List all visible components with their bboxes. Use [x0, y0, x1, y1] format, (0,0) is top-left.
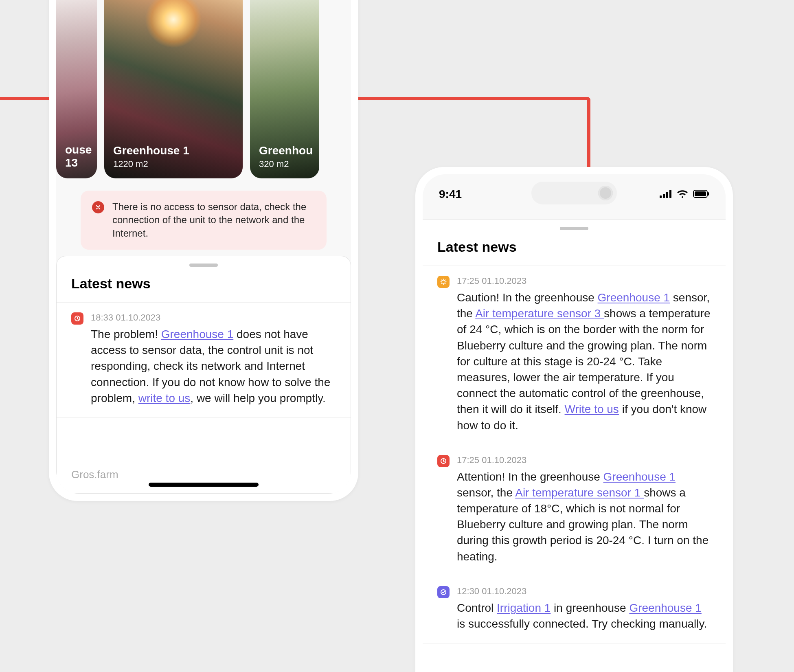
severity-badge-red: [71, 312, 83, 325]
greenhouse-carousel[interactable]: ouse 13 Greenhouse 1 1220 m2 Greenhou 32…: [56, 0, 351, 178]
inline-link[interactable]: Greenhouse 1: [629, 602, 701, 614]
news-timestamp: 12:30 01.10.2023: [457, 586, 711, 597]
panel-title: Latest news: [423, 230, 726, 266]
error-icon: [92, 201, 104, 213]
brand-label: Gros.farm: [71, 468, 118, 481]
greenhouse-card-next[interactable]: Greenhou 320 m2: [250, 0, 319, 178]
greenhouse-card-area: 320 m2: [259, 159, 310, 169]
news-item[interactable]: 17:25 01.10.2023Caution! In the greenhou…: [423, 266, 726, 445]
decorative-line: [358, 97, 590, 100]
news-panel: Latest news 17:25 01.10.2023Caution! In …: [423, 219, 726, 672]
news-item[interactable]: 18:33 01.10.2023The problem! Greenhouse …: [57, 303, 351, 418]
news-item[interactable]: 17:25 01.10.2023Attention! In the greenh…: [423, 445, 726, 576]
home-indicator[interactable]: [149, 483, 259, 487]
inline-link[interactable]: Air temperature sensor 3: [475, 307, 604, 320]
severity-badge-red: [437, 455, 450, 467]
inline-link[interactable]: Greenhouse 1: [598, 291, 670, 304]
panel-title: Latest news: [57, 267, 351, 303]
greenhouse-card-title: ouse 13: [65, 143, 88, 169]
inline-link[interactable]: write to us: [138, 392, 191, 404]
inline-link[interactable]: Greenhouse 1: [161, 328, 233, 340]
connection-alert: There is no access to sensor data, check…: [81, 191, 327, 250]
status-time: 9:41: [439, 188, 462, 201]
dynamic-island: [531, 182, 617, 204]
camera-dot: [598, 186, 613, 200]
greenhouse-card-title: Greenhouse 1: [113, 144, 234, 157]
severity-badge-purple: [437, 586, 450, 598]
inline-link[interactable]: Greenhouse 1: [603, 470, 676, 483]
inline-link[interactable]: Write to us: [565, 403, 619, 415]
svg-point-8: [442, 280, 445, 283]
svg-rect-2: [663, 194, 665, 198]
signal-icon: [660, 188, 672, 201]
greenhouse-card-title: Greenhou: [259, 144, 310, 157]
severity-badge-orange: [437, 276, 450, 288]
news-text: Attention! In the greenhouse Greenhouse …: [457, 469, 711, 564]
news-timestamp: 18:33 01.10.2023: [91, 312, 336, 323]
svg-rect-1: [660, 195, 662, 198]
news-text: The problem! Greenhouse 1 does not have …: [91, 326, 336, 406]
drag-handle[interactable]: [189, 264, 218, 267]
drag-handle[interactable]: [560, 227, 588, 230]
news-text: Caution! In the greenhouse Greenhouse 1 …: [457, 290, 711, 433]
greenhouse-card-active[interactable]: Greenhouse 1 1220 m2: [104, 0, 243, 178]
news-timestamp: 17:25 01.10.2023: [457, 455, 711, 466]
news-list: 18:33 01.10.2023The problem! Greenhouse …: [57, 303, 351, 418]
wifi-icon: [677, 188, 688, 201]
battery-icon: [693, 188, 709, 201]
svg-rect-3: [666, 192, 668, 198]
greenhouse-card-area: 1220 m2: [113, 159, 234, 169]
svg-rect-4: [669, 190, 671, 198]
svg-rect-6: [695, 191, 706, 196]
phone-right: 9:41 Latest news 17:25 01.10.2023Caution…: [415, 167, 733, 672]
news-item[interactable]: 12:30 01.10.2023Control Irrigation 1 in …: [423, 576, 726, 643]
news-panel: Latest news 18:33 01.10.2023The problem!…: [56, 256, 351, 494]
svg-rect-7: [708, 192, 709, 195]
greenhouse-card-prev[interactable]: ouse 13: [56, 0, 97, 178]
inline-link[interactable]: Air temperature sensor 1: [515, 486, 644, 499]
inline-link[interactable]: Irrigation 1: [497, 602, 551, 614]
news-text: Control Irrigation 1 in greenhouse Green…: [457, 600, 711, 632]
phone-left: ouse 13 Greenhouse 1 1220 m2 Greenhou 32…: [49, 0, 358, 501]
alert-text: There is no access to sensor data, check…: [112, 200, 315, 240]
news-list: 17:25 01.10.2023Caution! In the greenhou…: [423, 266, 726, 643]
news-timestamp: 17:25 01.10.2023: [457, 276, 711, 286]
